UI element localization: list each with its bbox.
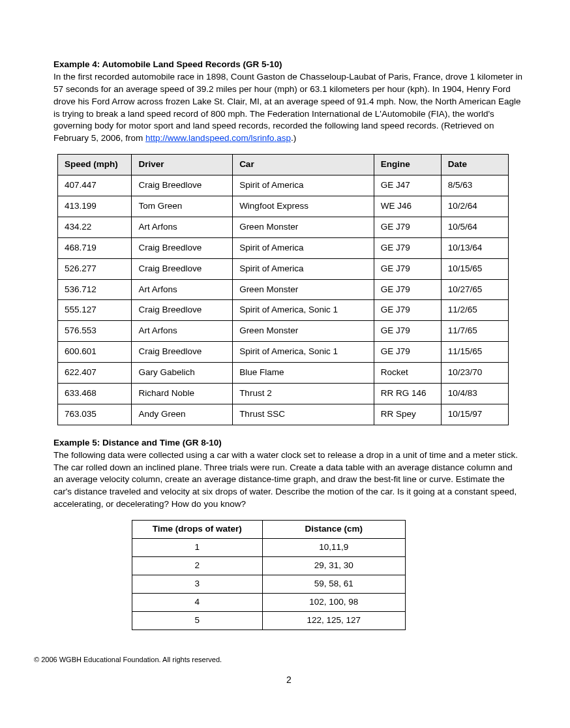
cell-speed: 434.22 [58, 217, 132, 237]
cell-time: 3 [132, 575, 263, 593]
table-row: 526.277Craig BreedloveSpirit of AmericaG… [58, 258, 509, 279]
cell-car: Green Monster [233, 279, 374, 300]
cell-speed: 633.468 [58, 384, 132, 404]
cell-car: Thrust 2 [233, 384, 374, 404]
cell-dist: 29, 31, 30 [262, 556, 406, 575]
example4-body-after: .) [291, 133, 296, 143]
cell-car: Spirit of America, Sonic 1 [233, 300, 374, 321]
cell-speed: 413.199 [58, 196, 132, 217]
table-row: 555.127Craig BreedloveSpirit of America,… [58, 300, 509, 321]
example5-paragraph: Example 5: Distance and Time (GR 8-10) T… [53, 437, 524, 511]
cell-date: 11/15/65 [441, 342, 508, 363]
th-speed: Speed (mph) [58, 155, 132, 175]
cell-driver: Craig Breedlove [132, 237, 233, 258]
cell-date: 10/4/83 [441, 384, 508, 404]
speed-table-header-row: Speed (mph) Driver Car Engine Date [58, 155, 509, 175]
cell-dist: 122, 125, 127 [262, 611, 406, 629]
cell-driver: Craig Breedlove [132, 258, 233, 279]
distance-time-table: Time (drops of water) Distance (cm) 110,… [132, 520, 406, 629]
cell-time: 4 [132, 593, 263, 611]
cell-driver: Andy Green [132, 404, 233, 425]
speed-records-table: Speed (mph) Driver Car Engine Date 407.4… [57, 154, 509, 425]
cell-speed: 536.712 [58, 279, 132, 300]
cell-date: 10/15/97 [441, 404, 508, 425]
cell-speed: 555.127 [58, 300, 132, 321]
cell-engine: WE J46 [374, 196, 441, 217]
cell-driver: Gary Gabelich [132, 363, 233, 384]
table-row: 536.712Art ArfonsGreen MonsterGE J7910/2… [58, 279, 509, 300]
cell-dist: 102, 100, 98 [262, 593, 406, 611]
cell-car: Spirit of America, Sonic 1 [233, 342, 374, 363]
cell-speed: 763.035 [58, 404, 132, 425]
cell-engine: GE J79 [374, 217, 441, 237]
cell-time: 2 [132, 556, 263, 575]
cell-speed: 576.553 [58, 321, 132, 342]
cell-engine: GE J79 [374, 321, 441, 342]
cell-engine: Rocket [374, 363, 441, 384]
cell-engine: RR RG 146 [374, 384, 441, 404]
cell-driver: Tom Green [132, 196, 233, 217]
cell-engine: GE J79 [374, 300, 441, 321]
cell-date: 10/2/64 [441, 196, 508, 217]
cell-date: 11/7/65 [441, 321, 508, 342]
cell-speed: 468.719 [58, 237, 132, 258]
cell-engine: GE J79 [374, 279, 441, 300]
cell-date: 10/27/65 [441, 279, 508, 300]
example4-body: In the first recorded automobile race in… [53, 72, 522, 143]
example4-paragraph: Example 4: Automobile Land Speed Records… [53, 59, 524, 145]
cell-dist: 59, 58, 61 [262, 575, 406, 593]
table-row: 229, 31, 30 [132, 556, 406, 575]
cell-driver: Art Arfons [132, 321, 233, 342]
cell-car: Spirit of America [233, 258, 374, 279]
table-row: 434.22Art ArfonsGreen MonsterGE J7910/5/… [58, 217, 509, 237]
cell-driver: Art Arfons [132, 217, 233, 237]
example5-body: The following data were collected using … [53, 450, 518, 509]
example5-heading: Example 5: Distance and Time (GR 8-10) [53, 438, 222, 447]
cell-driver: Richard Noble [132, 384, 233, 404]
cell-date: 10/15/65 [441, 258, 508, 279]
th-date: Date [441, 155, 508, 175]
table-row: 600.601Craig BreedloveSpirit of America,… [58, 342, 509, 363]
table-row: 576.553Art ArfonsGreen MonsterGE J7911/7… [58, 321, 509, 342]
table-row: 413.199Tom GreenWingfoot ExpressWE J4610… [58, 196, 509, 217]
cell-driver: Craig Breedlove [132, 342, 233, 363]
dist-table-header-row: Time (drops of water) Distance (cm) [132, 521, 406, 539]
cell-speed: 407.447 [58, 175, 132, 196]
landspeed-link[interactable]: http://www.landspeed.com/lsrinfo.asp [145, 133, 291, 143]
cell-speed: 526.277 [58, 258, 132, 279]
cell-time: 1 [132, 539, 263, 557]
th-time: Time (drops of water) [132, 521, 263, 539]
table-row: 633.468Richard NobleThrust 2RR RG 14610/… [58, 384, 509, 404]
table-row: 468.719Craig BreedloveSpirit of AmericaG… [58, 237, 509, 258]
cell-date: 10/13/64 [441, 237, 508, 258]
table-row: 622.407Gary GabelichBlue FlameRocket10/2… [58, 363, 509, 384]
cell-engine: RR Spey [374, 404, 441, 425]
cell-engine: GE J47 [374, 175, 441, 196]
cell-dist: 10,11,9 [262, 539, 406, 557]
table-row: 359, 58, 61 [132, 575, 406, 593]
table-row: 5122, 125, 127 [132, 611, 406, 629]
th-dist: Distance (cm) [262, 521, 406, 539]
cell-car: Spirit of America [233, 175, 374, 196]
cell-driver: Craig Breedlove [132, 175, 233, 196]
cell-car: Thrust SSC [233, 404, 374, 425]
table-row: 407.447Craig BreedloveSpirit of AmericaG… [58, 175, 509, 196]
cell-engine: GE J79 [374, 237, 441, 258]
copyright-footer: © 2006 WGBH Educational Foundation. All … [34, 655, 524, 665]
table-row: 4102, 100, 98 [132, 593, 406, 611]
cell-car: Spirit of America [233, 237, 374, 258]
page-number: 2 [53, 674, 524, 687]
cell-date: 10/5/64 [441, 217, 508, 237]
cell-date: 10/23/70 [441, 363, 508, 384]
th-driver: Driver [132, 155, 233, 175]
th-car: Car [233, 155, 374, 175]
cell-car: Wingfoot Express [233, 196, 374, 217]
cell-car: Blue Flame [233, 363, 374, 384]
cell-driver: Craig Breedlove [132, 300, 233, 321]
cell-car: Green Monster [233, 321, 374, 342]
table-row: 763.035Andy GreenThrust SSCRR Spey10/15/… [58, 404, 509, 425]
example4-heading: Example 4: Automobile Land Speed Records… [53, 59, 282, 69]
th-engine: Engine [374, 155, 441, 175]
cell-engine: GE J79 [374, 258, 441, 279]
cell-driver: Art Arfons [132, 279, 233, 300]
